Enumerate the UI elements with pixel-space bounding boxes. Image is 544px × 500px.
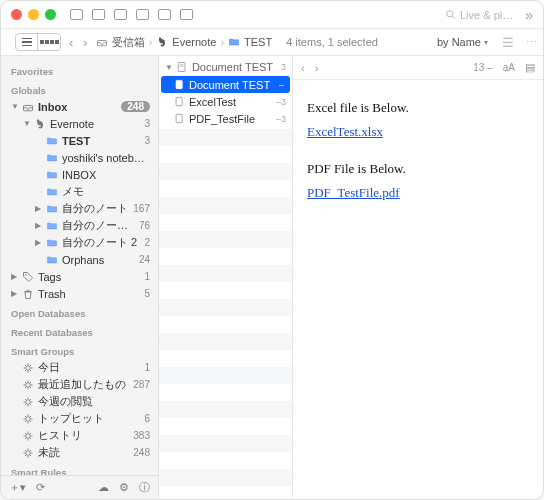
breadcrumb: 受信箱 › Evernote › TEST bbox=[96, 35, 273, 50]
svg-rect-19 bbox=[176, 80, 182, 88]
cloud-icon[interactable]: ☁︎ bbox=[98, 481, 109, 494]
settings-icon[interactable]: ⚙︎ bbox=[119, 481, 129, 494]
sidebar-item[interactable]: ▶Trash5 bbox=[1, 285, 158, 302]
toolbar-extra-2[interactable]: ⋯ bbox=[526, 36, 537, 49]
evernote-icon bbox=[33, 117, 46, 130]
font-size-icon[interactable]: aA bbox=[503, 62, 515, 73]
sidebar-item[interactable]: 未読248 bbox=[1, 444, 158, 461]
list-item[interactable]: ExcelTest–3 bbox=[159, 93, 292, 110]
prev-fwd-button[interactable]: › bbox=[315, 62, 319, 74]
sidebar: FavoritesGlobals▼Inbox248▼Evernote3TEST3… bbox=[1, 56, 159, 499]
item-count: 24 bbox=[139, 254, 150, 265]
sidebar-item[interactable]: ▶Tags1 bbox=[1, 268, 158, 285]
sidebar-item[interactable]: 今日1 bbox=[1, 359, 158, 376]
preview-pane: ‹ › 13 – aA ▤ Excel file is Below.ExcelT… bbox=[293, 56, 543, 499]
gear-icon bbox=[21, 378, 34, 391]
folder-icon bbox=[45, 134, 58, 147]
sidebar-item-label: メモ bbox=[62, 184, 150, 199]
item-count: 1 bbox=[144, 271, 150, 282]
sidebar-item[interactable]: Orphans24 bbox=[1, 251, 158, 268]
preview-link[interactable]: ExcelTest.xlsx bbox=[307, 124, 383, 139]
folder-icon bbox=[45, 236, 58, 249]
search-icon bbox=[445, 9, 456, 20]
preview-menu-icon[interactable]: ▤ bbox=[525, 61, 535, 74]
svg-line-1 bbox=[452, 16, 454, 18]
close-button[interactable] bbox=[11, 9, 22, 20]
sidebar-item-label: Evernote bbox=[50, 118, 144, 130]
document-icon bbox=[173, 113, 185, 125]
svg-point-4 bbox=[25, 274, 27, 276]
list-item-count: –3 bbox=[276, 97, 286, 107]
app-window: Live & pl… » ‹ › 受信箱 › Evernote › TEST 4… bbox=[0, 0, 544, 500]
zoom-button[interactable] bbox=[45, 9, 56, 20]
sidebar-section-header: Smart Groups bbox=[1, 340, 158, 359]
info-icon[interactable]: ⓘ bbox=[139, 480, 150, 495]
toolbar-extra-1[interactable]: ☰ bbox=[502, 35, 514, 50]
tb-tool-6[interactable] bbox=[180, 9, 193, 20]
document-icon bbox=[176, 61, 188, 73]
sidebar-item[interactable]: ▶自分のノート167 bbox=[1, 200, 158, 217]
disclosure-icon: ▼ bbox=[11, 102, 20, 111]
minimize-button[interactable] bbox=[28, 9, 39, 20]
crumb-2-label[interactable]: TEST bbox=[244, 36, 272, 48]
sidebar-item-label: ヒストリ bbox=[38, 428, 133, 443]
prev-back-button[interactable]: ‹ bbox=[301, 62, 305, 74]
tb-tool-1[interactable] bbox=[70, 9, 83, 20]
tb-tool-2[interactable] bbox=[92, 9, 105, 20]
svg-point-0 bbox=[447, 11, 453, 17]
titlebar: Live & pl… » bbox=[1, 1, 543, 29]
nav-fwd-button[interactable]: › bbox=[81, 35, 89, 50]
view-mode-segmented[interactable] bbox=[15, 33, 61, 51]
view-grid-icon[interactable] bbox=[38, 34, 60, 50]
sidebar-item-label: トップヒット bbox=[38, 411, 144, 426]
gear-icon bbox=[21, 395, 34, 408]
sidebar-item[interactable]: yoshiki's notebook bbox=[1, 149, 158, 166]
sidebar-item[interactable]: ▼Inbox248 bbox=[1, 98, 158, 115]
nav-back-button[interactable]: ‹ bbox=[67, 35, 75, 50]
sort-dropdown[interactable]: by Name ▾ bbox=[437, 36, 488, 48]
sidebar-item-label: 最近追加したもの bbox=[38, 377, 133, 392]
item-count: 3 bbox=[144, 118, 150, 129]
list-item[interactable]: Document TEST– bbox=[161, 76, 290, 93]
sidebar-item[interactable]: 最近追加したもの287 bbox=[1, 376, 158, 393]
overflow-icon[interactable]: » bbox=[525, 7, 533, 23]
search-field[interactable]: Live & pl… bbox=[445, 9, 513, 21]
item-count: 6 bbox=[144, 413, 150, 424]
list-group-header[interactable]: ▼ Document TEST 3 bbox=[159, 58, 292, 76]
view-list-icon[interactable] bbox=[16, 34, 38, 50]
gear-icon bbox=[21, 361, 34, 374]
tb-tool-3[interactable] bbox=[114, 9, 127, 20]
crumb-0-label[interactable]: 受信箱 bbox=[112, 35, 145, 50]
folder-icon bbox=[45, 168, 58, 181]
svg-rect-16 bbox=[178, 63, 185, 72]
sidebar-item[interactable]: メモ bbox=[1, 183, 158, 200]
sidebar-section-header: Globals bbox=[1, 79, 158, 98]
tb-tool-4[interactable] bbox=[136, 9, 149, 20]
list-item-count: – bbox=[279, 80, 284, 90]
sidebar-item-label: TEST bbox=[62, 135, 144, 147]
sidebar-item[interactable]: 今週の閲覧 bbox=[1, 393, 158, 410]
disclosure-triangle-icon: ▼ bbox=[165, 63, 173, 72]
list-item[interactable]: PDF_TestFile–3 bbox=[159, 110, 292, 127]
svg-point-10 bbox=[25, 450, 30, 455]
zoom-indicator[interactable]: 13 – bbox=[473, 62, 492, 73]
sidebar-item-label: INBOX bbox=[62, 169, 150, 181]
sidebar-item[interactable]: TEST3 bbox=[1, 132, 158, 149]
tb-tool-5[interactable] bbox=[158, 9, 171, 20]
sidebar-item[interactable]: ▼Evernote3 bbox=[1, 115, 158, 132]
sidebar-item[interactable]: ▶自分のノート 22 bbox=[1, 234, 158, 251]
add-button[interactable]: ＋▾ bbox=[9, 480, 26, 495]
sidebar-section-header: Recent Databases bbox=[1, 321, 158, 340]
item-count: 3 bbox=[144, 135, 150, 146]
chevron-down-icon: ▾ bbox=[484, 38, 488, 47]
sidebar-item[interactable]: ▶自分のノート（1）76 bbox=[1, 217, 158, 234]
disclosure-icon: ▶ bbox=[11, 289, 20, 298]
sidebar-item[interactable]: INBOX bbox=[1, 166, 158, 183]
sync-icon[interactable]: ⟳ bbox=[36, 481, 45, 494]
sidebar-item[interactable]: ヒストリ383 bbox=[1, 427, 158, 444]
preview-link[interactable]: PDF_TestFile.pdf bbox=[307, 185, 400, 200]
crumb-1-label[interactable]: Evernote bbox=[172, 36, 216, 48]
sidebar-item[interactable]: トップヒット6 bbox=[1, 410, 158, 427]
folder-icon bbox=[45, 185, 58, 198]
sidebar-item-label: Tags bbox=[38, 271, 144, 283]
